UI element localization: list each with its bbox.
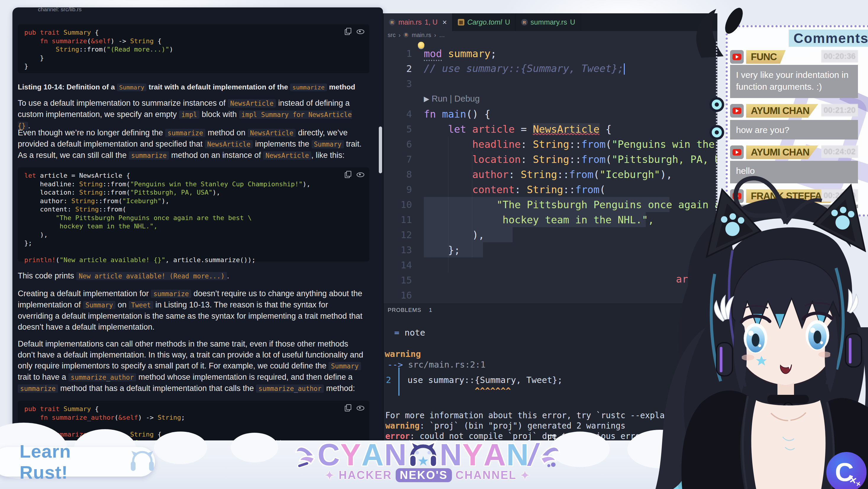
- tab-cargo-toml[interactable]: ▦ Cargo.toml U: [453, 13, 516, 31]
- copy-icon[interactable]: [344, 170, 351, 178]
- wing-icon: [294, 438, 317, 471]
- channel-logo-badge: C ✕ ✕: [826, 452, 867, 489]
- comment-header: AYUMI CHAN 00:24:02: [730, 145, 860, 159]
- editor-line[interactable]: content: String::from(: [412, 184, 606, 196]
- lightbulb-icon[interactable]: [418, 42, 424, 48]
- vtuber-avatar: [644, 162, 868, 489]
- code-line: fn summarize(&self) -> String {: [24, 37, 363, 46]
- rustc-arrow-path: --> src/main.rs:2:1: [388, 359, 486, 370]
- listing-caption: Listing 10-14: Definition of a Summary t…: [18, 82, 364, 92]
- rustc-warning: warning: [385, 349, 421, 359]
- codelens-run-debug[interactable]: ▶Run | Debug: [383, 91, 717, 106]
- cat-headphones-icon: [130, 450, 155, 473]
- comment-timestamp: 00:20:36: [821, 50, 858, 62]
- obs-handle[interactable]: [709, 97, 724, 112]
- crate-icon: ▦: [458, 19, 464, 26]
- tab-badge: 1, U: [425, 18, 438, 26]
- breadcrumb-item[interactable]: …: [439, 32, 445, 38]
- editor-line[interactable]: author: String::from("Iceburgh"),: [412, 169, 672, 180]
- youtube-icon: [733, 108, 741, 114]
- cloud-shape: [231, 433, 278, 462]
- comment-timestamp: 00:21:20: [821, 104, 858, 116]
- editor-line[interactable]: // use summary::{Summary, Tweet};: [412, 62, 625, 75]
- eye-icon[interactable]: [356, 27, 364, 35]
- tab-label: summary.rs: [531, 18, 567, 26]
- code-line: String::from("(Read more...)"): [24, 45, 363, 54]
- editor-line[interactable]: };: [412, 244, 460, 256]
- rust-book-panel: channel: src/lib.rs pub trait Summary { …: [12, 7, 383, 440]
- rustc-gutter-bar: [398, 368, 400, 396]
- window-title-fragment: channel: src/lib.rs: [38, 7, 82, 13]
- chevron-right-icon: ›: [399, 32, 401, 38]
- comment-message: how are you?: [730, 120, 858, 140]
- rust-file-icon: R: [389, 19, 395, 26]
- breadcrumb-item[interactable]: src: [388, 32, 396, 38]
- close-icon[interactable]: ×: [442, 18, 447, 27]
- rustc-note: = note: [394, 327, 425, 338]
- paragraph: To use a default implementation to summa…: [18, 98, 364, 132]
- hair-wisp: [689, 7, 746, 67]
- chevron-right-icon: ›: [434, 32, 436, 38]
- editor-line[interactable]: ),: [412, 229, 485, 241]
- code-line: [24, 248, 363, 256]
- breadcrumb[interactable]: src › R main.rs › …: [388, 31, 445, 39]
- code-line: pub trait Summary {: [24, 405, 363, 413]
- logo-letter: A: [484, 437, 506, 472]
- code-line: };: [24, 239, 363, 248]
- rustc-line-number: 2: [386, 375, 391, 385]
- comment-message: I very like your indentation in function…: [730, 65, 858, 98]
- eye-icon[interactable]: [356, 170, 364, 178]
- tab-problems[interactable]: PROBLEMS: [388, 307, 422, 313]
- comment-author: AYUMI CHAN: [746, 145, 818, 159]
- logo-letter: Y: [340, 437, 361, 472]
- tab-label: Cargo.toml: [467, 18, 502, 26]
- neko-headphones-icon: [407, 437, 439, 472]
- logo-letter: Y: [463, 437, 483, 472]
- copy-icon[interactable]: [344, 404, 351, 411]
- sparkle-x: ✕: [855, 480, 862, 488]
- code-line: "The Pittsburgh Penguins once again are …: [24, 214, 363, 223]
- editor-line[interactable]: headline: String::from("Penguins win the: [412, 138, 715, 150]
- learn-rust-banner: Learn Rust!: [0, 447, 155, 477]
- tab-main-rs[interactable]: R main.rs 1, U ×: [383, 13, 453, 31]
- code-line: }: [24, 54, 363, 62]
- obs-handle[interactable]: [709, 125, 724, 140]
- tab-label: main.rs: [398, 18, 422, 26]
- logo-letter: A: [361, 437, 383, 472]
- editor-line[interactable]: mod summary;: [412, 48, 497, 60]
- comment-author: AYUMI CHAN: [746, 104, 818, 118]
- tab-badge: U: [570, 18, 575, 26]
- code-line: }: [24, 62, 363, 71]
- eye-icon[interactable]: [356, 404, 364, 411]
- tab-badge: U: [505, 18, 510, 26]
- editor-line[interactable]: fn main() {: [412, 108, 490, 120]
- paragraph: Default implementations can call other m…: [18, 339, 364, 394]
- learn-rust-text: Learn Rust!: [20, 441, 124, 483]
- comment-timestamp: 00:24:02: [821, 145, 858, 158]
- code-line: headline: String::from("Penguins win the…: [24, 180, 363, 189]
- avatar: [730, 104, 744, 118]
- code-line: location: String::from("Pittsburgh, PA, …: [24, 189, 363, 197]
- cloud-shape: [154, 432, 207, 464]
- comments-title: Comments: [789, 30, 868, 47]
- code-line: content: String::from(: [24, 205, 363, 214]
- rust-file-icon: R: [521, 19, 528, 26]
- editor-line[interactable]: hockey team in the NHL.",: [412, 214, 654, 226]
- comment-header: FUNC 00:20:36: [730, 50, 860, 64]
- code-line: fn summarize_author(&self) -> String;: [24, 413, 363, 422]
- breadcrumb-item[interactable]: main.rs: [412, 32, 431, 38]
- code-line: println!("New article available! {}", ar…: [24, 256, 363, 264]
- youtube-icon: [733, 149, 741, 155]
- terminal-line: warning: `proj` (bin "proj") generated 2…: [385, 421, 625, 430]
- code-line: ),: [24, 231, 363, 239]
- rust-file-icon: R: [403, 32, 409, 38]
- rustc-carets: ^^^^^^^: [407, 385, 511, 396]
- tab-summary-rs[interactable]: R summary.rs U: [516, 13, 581, 31]
- code-line: [24, 422, 363, 430]
- copy-icon[interactable]: [344, 27, 351, 35]
- code-line: hockey team in the NHL.",: [24, 222, 363, 231]
- paragraph: Even though we’re no longer defining the…: [18, 127, 364, 161]
- editor-line[interactable]: let article = NewsArticle {: [412, 123, 612, 135]
- scrollbar-thumb[interactable]: [379, 126, 382, 173]
- problems-count: 1: [429, 307, 433, 313]
